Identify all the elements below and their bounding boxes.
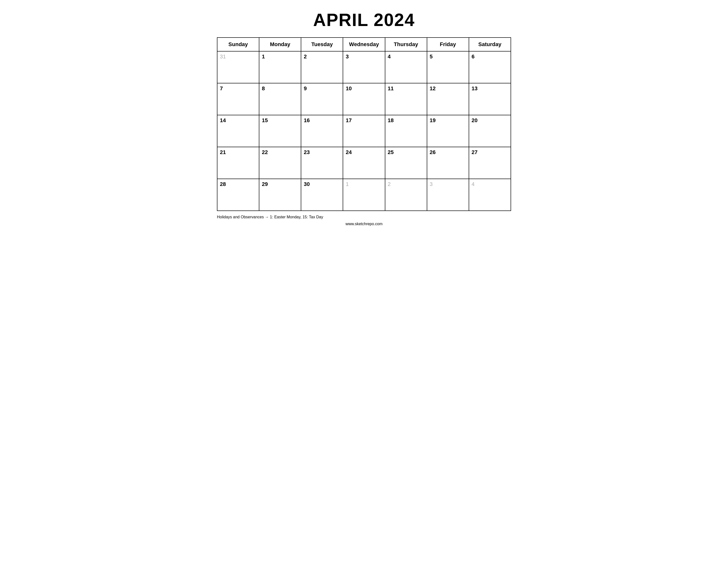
day-number: 29: [262, 181, 268, 187]
day-number: 23: [304, 149, 310, 155]
calendar-day-cell: 9: [301, 83, 343, 115]
calendar-day-cell: 4: [469, 179, 511, 211]
calendar-day-cell: 30: [301, 179, 343, 211]
calendar-day-cell: 13: [469, 83, 511, 115]
day-number: 12: [430, 85, 436, 91]
calendar-day-cell: 27: [469, 147, 511, 179]
day-number: 3: [346, 53, 349, 60]
calendar-day-cell: 3: [343, 51, 385, 83]
calendar-table: SundayMondayTuesdayWednesdayThursdayFrid…: [217, 37, 511, 211]
column-header-saturday: Saturday: [469, 38, 511, 51]
calendar-day-cell: 21: [217, 147, 259, 179]
day-number: 21: [220, 149, 226, 155]
calendar-day-cell: 18: [385, 115, 427, 147]
calendar-day-cell: 16: [301, 115, 343, 147]
calendar-day-cell: 1: [259, 51, 301, 83]
day-number: 10: [346, 85, 351, 91]
day-number: 18: [388, 117, 394, 123]
calendar-day-cell: 23: [301, 147, 343, 179]
calendar-page: APRIL 2024 SundayMondayTuesdayWednesdayT…: [217, 10, 511, 226]
day-number: 14: [220, 117, 226, 123]
day-number: 28: [220, 181, 226, 187]
day-number: 13: [472, 85, 477, 91]
day-number: 4: [472, 181, 475, 187]
calendar-week-row: 2829301234: [217, 179, 511, 211]
day-number: 16: [304, 117, 310, 123]
calendar-day-cell: 1: [343, 179, 385, 211]
day-number: 3: [430, 181, 433, 187]
calendar-day-cell: 7: [217, 83, 259, 115]
column-header-tuesday: Tuesday: [301, 38, 343, 51]
calendar-day-cell: 17: [343, 115, 385, 147]
calendar-day-cell: 2: [301, 51, 343, 83]
day-number: 1: [262, 53, 265, 60]
day-number: 24: [346, 149, 351, 155]
column-header-sunday: Sunday: [217, 38, 259, 51]
day-number: 6: [472, 53, 475, 60]
day-number: 4: [388, 53, 391, 60]
day-number: 7: [220, 85, 223, 91]
day-number: 19: [430, 117, 436, 123]
day-number: 30: [304, 181, 310, 187]
column-header-monday: Monday: [259, 38, 301, 51]
calendar-day-cell: 15: [259, 115, 301, 147]
calendar-day-cell: 28: [217, 179, 259, 211]
calendar-day-cell: 20: [469, 115, 511, 147]
calendar-title: APRIL 2024: [217, 10, 511, 30]
calendar-day-cell: 31: [217, 51, 259, 83]
day-number: 31: [220, 53, 226, 60]
calendar-day-cell: 26: [427, 147, 469, 179]
column-header-wednesday: Wednesday: [343, 38, 385, 51]
day-number: 26: [430, 149, 436, 155]
calendar-day-cell: 5: [427, 51, 469, 83]
calendar-day-cell: 19: [427, 115, 469, 147]
day-number: 17: [346, 117, 351, 123]
calendar-header-row: SundayMondayTuesdayWednesdayThursdayFrid…: [217, 38, 511, 51]
calendar-day-cell: 24: [343, 147, 385, 179]
day-number: 2: [304, 53, 307, 60]
day-number: 1: [346, 181, 349, 187]
day-number: 22: [262, 149, 268, 155]
calendar-week-row: 78910111213: [217, 83, 511, 115]
footer-notes: Holidays and Observances → 1: Easter Mon…: [217, 215, 511, 219]
calendar-week-row: 21222324252627: [217, 147, 511, 179]
day-number: 20: [472, 117, 477, 123]
calendar-day-cell: 14: [217, 115, 259, 147]
day-number: 9: [304, 85, 307, 91]
day-number: 15: [262, 117, 268, 123]
day-number: 8: [262, 85, 265, 91]
calendar-day-cell: 6: [469, 51, 511, 83]
day-number: 11: [388, 85, 394, 91]
calendar-day-cell: 11: [385, 83, 427, 115]
day-number: 2: [388, 181, 391, 187]
calendar-day-cell: 22: [259, 147, 301, 179]
calendar-day-cell: 29: [259, 179, 301, 211]
calendar-week-row: 31123456: [217, 51, 511, 83]
calendar-week-row: 14151617181920: [217, 115, 511, 147]
calendar-day-cell: 25: [385, 147, 427, 179]
day-number: 25: [388, 149, 394, 155]
calendar-day-cell: 3: [427, 179, 469, 211]
day-number: 5: [430, 53, 433, 60]
column-header-thursday: Thursday: [385, 38, 427, 51]
calendar-day-cell: 4: [385, 51, 427, 83]
calendar-day-cell: 10: [343, 83, 385, 115]
day-number: 27: [472, 149, 477, 155]
calendar-day-cell: 8: [259, 83, 301, 115]
calendar-day-cell: 12: [427, 83, 469, 115]
footer-website: www.sketchrepo.com: [217, 222, 511, 226]
column-header-friday: Friday: [427, 38, 469, 51]
calendar-day-cell: 2: [385, 179, 427, 211]
